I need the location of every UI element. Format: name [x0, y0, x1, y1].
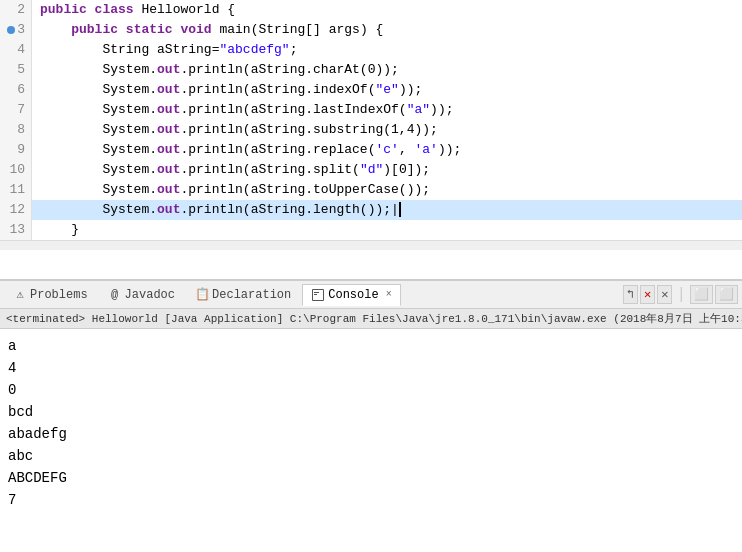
javadoc-tab-icon: @ — [108, 288, 122, 302]
code-segment: String aString= — [40, 42, 219, 57]
line-content: String aString="abcdefg"; — [32, 40, 297, 60]
tab-javadoc[interactable]: @Javadoc — [99, 284, 184, 306]
line-number: 6 — [0, 80, 32, 100]
code-line: 13 } — [0, 220, 742, 240]
line-content: System.out.println(aString.replace('c', … — [32, 140, 461, 160]
code-line: 3 public static void main(String[] args)… — [0, 20, 742, 40]
tab-actions: ↰ ✕ ✕ | ⬜ ⬜ — [623, 285, 738, 304]
javadoc-tab-label: Javadoc — [125, 288, 175, 302]
console-line: abc — [8, 445, 734, 467]
code-segment: "abcdefg" — [219, 42, 289, 57]
code-line: 4 String aString="abcdefg"; — [0, 40, 742, 60]
console-line: a — [8, 335, 734, 357]
console-tab-label: Console — [328, 288, 378, 302]
tab-declaration[interactable]: 📋Declaration — [186, 284, 300, 306]
tab-problems[interactable]: ⚠Problems — [4, 284, 97, 306]
line-content: public static void main(String[] args) { — [32, 20, 383, 40]
console-output[interactable]: a40bcdabadefgabcABCDEFG7 — [0, 329, 742, 542]
tab-console[interactable]: Console× — [302, 284, 400, 306]
console-tab-close[interactable]: × — [386, 289, 392, 300]
svg-rect-3 — [314, 294, 317, 295]
code-segment: System. — [40, 122, 157, 137]
code-line: 7 System.out.println(aString.lastIndexOf… — [0, 100, 742, 120]
code-segment: out — [157, 162, 180, 177]
code-segment — [40, 22, 71, 37]
code-segment: )); — [438, 142, 461, 157]
code-segment: .println(aString.toUpperCase()); — [180, 182, 430, 197]
line-content: System.out.println(aString.length());| — [32, 200, 401, 220]
code-line: 11 System.out.println(aString.toUpperCas… — [0, 180, 742, 200]
view-menu-icon[interactable]: ⬜ — [690, 285, 713, 304]
declaration-tab-icon: 📋 — [195, 288, 209, 302]
code-line: 5 System.out.println(aString.charAt(0)); — [0, 60, 742, 80]
code-segment: out — [157, 142, 180, 157]
code-line: 2public class Helloworld { — [0, 0, 742, 20]
line-content: System.out.println(aString.indexOf("e"))… — [32, 80, 422, 100]
code-editor[interactable]: 2public class Helloworld {3 public stati… — [0, 0, 742, 280]
code-segment: "d" — [360, 162, 383, 177]
code-segment: System. — [40, 62, 157, 77]
line-content: public class Helloworld { — [32, 0, 235, 20]
code-segment: "a" — [407, 102, 430, 117]
clear-icon[interactable]: ✕ — [657, 285, 672, 304]
code-segment: , — [399, 142, 415, 157]
code-segment: ; — [290, 42, 298, 57]
console-line: 4 — [8, 357, 734, 379]
line-content: System.out.println(aString.toUpperCase()… — [32, 180, 430, 200]
problems-tab-label: Problems — [30, 288, 88, 302]
code-segment: out — [157, 182, 180, 197]
code-segment: out — [157, 122, 180, 137]
horizontal-scrollbar[interactable] — [0, 240, 742, 250]
line-number: 4 — [0, 40, 32, 60]
code-segment: .println(aString.replace( — [180, 142, 375, 157]
console-tab-icon — [311, 288, 325, 302]
code-segment: out — [157, 62, 180, 77]
code-segment: out — [157, 202, 180, 217]
code-segment: System. — [40, 162, 157, 177]
console-line: 0 — [8, 379, 734, 401]
code-line: 9 System.out.println(aString.replace('c'… — [0, 140, 742, 160]
code-segment: public — [40, 2, 95, 17]
code-segment: )[0]); — [383, 162, 430, 177]
pin-icon[interactable]: ⬜ — [715, 285, 738, 304]
code-segment: Helloworld { — [141, 2, 235, 17]
line-content: System.out.println(aString.substring(1,4… — [32, 120, 438, 140]
code-segment: System. — [40, 102, 157, 117]
stop-icon[interactable]: ✕ — [640, 285, 655, 304]
code-segment: static — [126, 22, 181, 37]
code-segment: main(String[] args) { — [219, 22, 383, 37]
line-number: 2 — [0, 0, 32, 20]
code-segment: .println(aString.split( — [180, 162, 359, 177]
bottom-panel: ⚠Problems@Javadoc📋DeclarationConsole× ↰ … — [0, 280, 742, 542]
line-content: System.out.println(aString.charAt(0)); — [32, 60, 399, 80]
code-segment: System. — [40, 202, 157, 217]
console-line: bcd — [8, 401, 734, 423]
line-number: 9 — [0, 140, 32, 160]
console-status: <terminated> Helloworld [Java Applicatio… — [0, 309, 742, 329]
line-number: 7 — [0, 100, 32, 120]
line-number: 13 — [0, 220, 32, 240]
line-content: } — [32, 220, 79, 240]
console-line: 7 — [8, 489, 734, 511]
code-segment: class — [95, 2, 142, 17]
code-segment: .println(aString.indexOf( — [180, 82, 375, 97]
declaration-tab-label: Declaration — [212, 288, 291, 302]
separator: | — [674, 286, 688, 304]
breakpoint-dot — [7, 26, 15, 34]
code-segment: public — [71, 22, 126, 37]
code-line: 8 System.out.println(aString.substring(1… — [0, 120, 742, 140]
code-segment: 'a' — [415, 142, 438, 157]
code-segment: } — [40, 222, 79, 237]
line-number: 10 — [0, 160, 32, 180]
line-content: System.out.println(aString.split("d")[0]… — [32, 160, 430, 180]
tab-bar: ⚠Problems@Javadoc📋DeclarationConsole× ↰ … — [0, 281, 742, 309]
code-segment: .println(aString.length()); — [180, 202, 391, 217]
code-segment: "e" — [375, 82, 398, 97]
code-segment: 'c' — [375, 142, 398, 157]
line-number: 3 — [0, 20, 32, 40]
code-segment: )); — [430, 102, 453, 117]
scroll-lock-icon[interactable]: ↰ — [623, 285, 638, 304]
code-line: 12 System.out.println(aString.length());… — [0, 200, 742, 220]
code-segment: )); — [399, 82, 422, 97]
code-segment: | — [391, 202, 401, 217]
